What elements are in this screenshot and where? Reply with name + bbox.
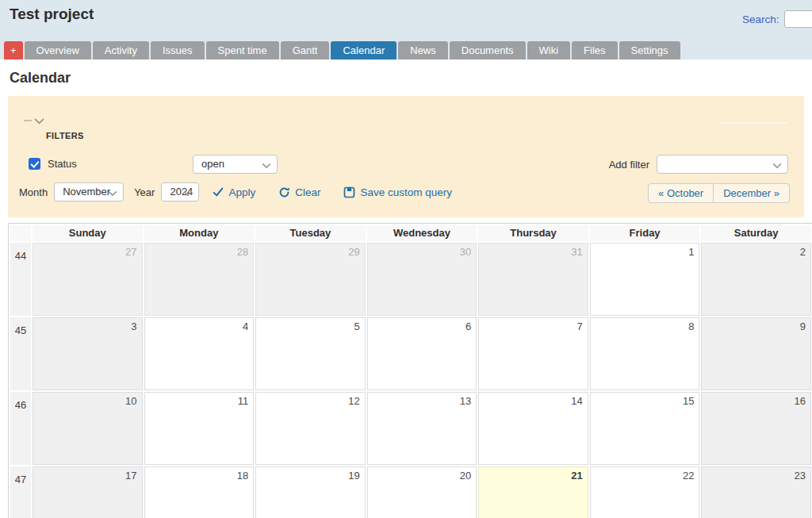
project-header: Test project Search: + Overview Activity… xyxy=(0,0,812,59)
chevron-down-icon xyxy=(772,159,781,168)
calendar-cell: 20 xyxy=(367,466,477,518)
search-label[interactable]: Search: xyxy=(742,13,779,25)
check-icon xyxy=(213,186,224,198)
apply-label: Apply xyxy=(228,186,255,198)
search-input[interactable] xyxy=(784,10,812,28)
refresh-icon xyxy=(278,186,290,198)
status-label: Status xyxy=(48,158,77,170)
calendar-week-row: 453456789 xyxy=(10,317,811,390)
tab-issues[interactable]: Issues xyxy=(151,41,205,59)
month-select[interactable]: November xyxy=(54,182,124,201)
calendar-cell: 2 xyxy=(701,243,811,316)
calendar-cell: 16 xyxy=(701,392,811,465)
calendar-table: SundayMondayTuesdayWednesdayThursdayFrid… xyxy=(8,223,812,518)
save-custom-query-label: Save custom query xyxy=(360,186,452,198)
search-area: Search: xyxy=(742,10,812,28)
calendar-cell: 23 xyxy=(701,466,811,518)
weekday-header: Friday xyxy=(590,225,700,241)
calendar-week-row: 4610111213141516 xyxy=(10,392,811,465)
filters-legend: FILTERS xyxy=(46,131,84,140)
options-divider xyxy=(719,122,787,124)
tab-wiki[interactable]: Wiki xyxy=(527,41,571,59)
previous-month-button[interactable]: « October xyxy=(648,183,714,203)
tab-overview[interactable]: Overview xyxy=(25,41,91,59)
week-number: 46 xyxy=(10,392,31,465)
save-custom-query-button[interactable]: Save custom query xyxy=(343,186,452,198)
status-operator-select[interactable]: open xyxy=(193,155,278,174)
calendar-cell: 1 xyxy=(590,243,700,316)
calendar-cell: 3 xyxy=(33,317,143,390)
week-number: 44 xyxy=(10,243,31,316)
tab-files[interactable]: Files xyxy=(572,41,617,59)
add-filter-label: Add filter xyxy=(609,159,649,171)
week-number: 45 xyxy=(10,317,31,390)
calendar-cell: 31 xyxy=(478,243,588,316)
apply-button[interactable]: Apply xyxy=(213,186,255,198)
weekday-header: Wednesday xyxy=(367,225,477,241)
tab-settings[interactable]: Settings xyxy=(619,41,680,59)
weekday-header: Tuesday xyxy=(255,225,366,241)
tab-news[interactable]: News xyxy=(398,41,448,59)
calendar-cell: 10 xyxy=(33,392,143,465)
calendar-cell: 30 xyxy=(367,243,477,316)
calendar-week-row: 4717181920212223 xyxy=(10,466,811,518)
calendar-cell: 18 xyxy=(144,466,255,518)
status-operator-value: open xyxy=(201,158,224,170)
clear-button[interactable]: Clear xyxy=(278,186,320,198)
week-number: 47 xyxy=(10,466,31,518)
calendar-cell: 7 xyxy=(478,317,588,390)
calendar-cell: 27 xyxy=(33,243,143,316)
tab-spent-time[interactable]: Spent time xyxy=(206,41,279,59)
chevron-down-icon xyxy=(262,159,270,168)
calendar-controls: Month November Year 2024 Apply Clear Sav… xyxy=(19,182,452,201)
year-label: Year xyxy=(134,186,155,198)
calendar-cell: 28 xyxy=(144,243,255,316)
year-select[interactable]: 2024 xyxy=(161,182,199,201)
calendar-cell: 13 xyxy=(367,392,477,465)
calendar-cell: 11 xyxy=(144,392,255,465)
calendar-heading: Calendar xyxy=(10,70,812,86)
tab-bar: + Overview Activity Issues Spent time Ga… xyxy=(4,41,680,59)
calendar-cell: 9 xyxy=(701,317,811,390)
calendar-cell: 4 xyxy=(144,317,255,390)
tab-gantt[interactable]: Gantt xyxy=(281,41,330,59)
calendar-cell: 22 xyxy=(590,466,700,518)
page-title: Test project xyxy=(0,0,812,23)
clear-label: Clear xyxy=(295,186,320,198)
calendar-cell: 8 xyxy=(590,317,700,390)
calendar-cell: 17 xyxy=(33,466,143,518)
calendar-cell: 6 xyxy=(367,317,477,390)
save-icon xyxy=(343,186,355,198)
tab-calendar[interactable]: Calendar xyxy=(331,41,396,59)
month-value: November xyxy=(63,186,110,198)
week-column-header xyxy=(10,225,31,241)
collapse-filters-toggle[interactable] xyxy=(24,118,43,123)
check-icon xyxy=(30,159,39,167)
weekday-header: Thursday xyxy=(478,225,588,241)
calendar-cell: 19 xyxy=(255,466,366,518)
calendar-cell: 5 xyxy=(255,317,366,390)
month-label: Month xyxy=(19,186,48,198)
calendar-cell: 14 xyxy=(478,392,588,465)
calendar-cell: 29 xyxy=(255,243,366,316)
add-filter-select[interactable] xyxy=(657,155,788,174)
calendar-cell: 12 xyxy=(255,392,366,465)
filters-panel: FILTERS Status open Add filter Month Nov… xyxy=(8,96,804,217)
calendar-cell: 15 xyxy=(590,392,700,465)
calendar-cell-today: 21 xyxy=(478,466,588,518)
tab-activity[interactable]: Activity xyxy=(93,41,149,59)
tab-documents[interactable]: Documents xyxy=(450,41,526,59)
weekday-header: Monday xyxy=(144,225,255,241)
status-checkbox[interactable] xyxy=(29,158,40,170)
weekday-header: Sunday xyxy=(33,225,143,241)
chevron-down-icon xyxy=(34,114,44,125)
month-navigation: « October December » xyxy=(648,183,790,203)
add-filter-group: Add filter xyxy=(609,155,788,174)
add-tab-button[interactable]: + xyxy=(4,41,23,59)
weekday-header: Saturday xyxy=(701,225,811,241)
dash-icon xyxy=(24,120,32,121)
calendar-week-row: 44272829303112 xyxy=(10,243,811,316)
next-month-button[interactable]: December » xyxy=(713,183,790,203)
status-filter: Status xyxy=(29,158,77,170)
